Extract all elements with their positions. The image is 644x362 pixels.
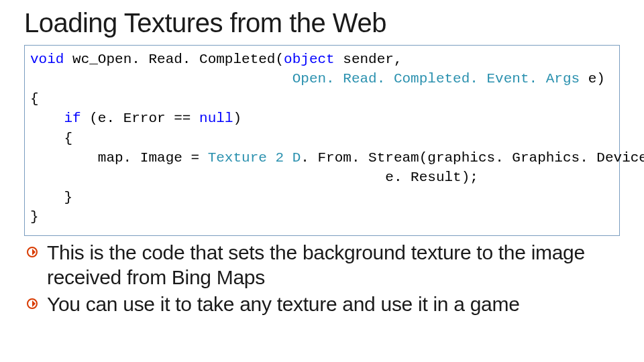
bullet-icon <box>24 292 40 309</box>
code-content: void wc_Open. Read. Completed(object sen… <box>30 50 614 227</box>
list-item: You can use it to take any texture and u… <box>24 292 620 317</box>
bullet-text: This is the code that sets the backgroun… <box>47 240 620 290</box>
bullet-text: You can use it to take any texture and u… <box>47 292 520 317</box>
list-item: This is the code that sets the backgroun… <box>24 240 620 290</box>
code-block: void wc_Open. Read. Completed(object sen… <box>24 45 620 236</box>
bullet-list: This is the code that sets the backgroun… <box>24 240 620 317</box>
slide: Loading Textures from the Web void wc_Op… <box>0 0 644 362</box>
bullet-icon <box>24 240 40 257</box>
page-title: Loading Textures from the Web <box>24 8 620 38</box>
